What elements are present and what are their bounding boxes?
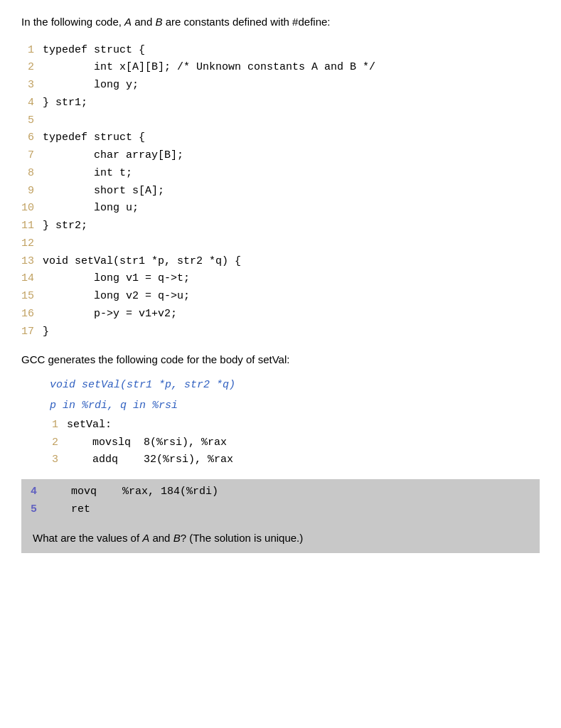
code-line: 14 long v1 = q->t; bbox=[21, 270, 540, 288]
asm-line-number: 1 bbox=[50, 417, 67, 434]
line-content: p->y = v1+v2; bbox=[43, 306, 177, 323]
code-block: 1typedef struct {2 int x[A][B]; /* Unkno… bbox=[21, 42, 540, 341]
highlighted-asm-line: 4 movq %rax, 184(%rdi) bbox=[28, 483, 533, 501]
intro-text: In the following code, A and B are const… bbox=[21, 14, 540, 31]
highlighted-asm-line-content: movq %rax, 184(%rdi) bbox=[46, 483, 218, 501]
line-content: long u; bbox=[43, 200, 139, 218]
code-line: 15 long v2 = q->u; bbox=[21, 288, 540, 306]
assembly-block: void setVal(str1 *p, str2 *q) p in %rdi,… bbox=[50, 375, 540, 469]
line-number: 13 bbox=[21, 253, 43, 271]
line-content: int x[A][B]; /* Unknown constants A and … bbox=[43, 59, 375, 77]
asm-line-number: 3 bbox=[50, 451, 67, 469]
asm-line-content: setVal: bbox=[67, 417, 112, 434]
asm-line-content: addq 32(%rsi), %rax bbox=[67, 451, 233, 469]
code-line: 11} str2; bbox=[21, 218, 540, 235]
line-number: 1 bbox=[21, 42, 43, 60]
code-line: 16 p->y = v1+v2; bbox=[21, 306, 540, 323]
line-number: 2 bbox=[21, 59, 43, 77]
line-number: 10 bbox=[21, 200, 43, 218]
line-content: char array[B]; bbox=[43, 147, 183, 165]
highlighted-box: 4 movq %rax, 184(%rdi)5 ret bbox=[21, 479, 540, 523]
section-label: GCC generates the following code for the… bbox=[21, 352, 540, 368]
line-content: } bbox=[43, 323, 49, 341]
asm-header-line2: p in %rdi, q in %rsi bbox=[50, 396, 540, 415]
code-line: 13void setVal(str1 *p, str2 *q) { bbox=[21, 253, 540, 271]
highlighted-asm-line-number: 5 bbox=[28, 501, 46, 519]
line-number: 12 bbox=[21, 235, 43, 253]
code-line: 8 int t; bbox=[21, 165, 540, 183]
line-number: 6 bbox=[21, 129, 43, 147]
asm-line-number: 2 bbox=[50, 434, 67, 452]
asm-header-line1: void setVal(str1 *p, str2 *q) bbox=[50, 375, 540, 395]
line-number: 16 bbox=[21, 306, 43, 323]
code-line: 2 int x[A][B]; /* Unknown constants A an… bbox=[21, 59, 540, 77]
line-content: } str1; bbox=[43, 95, 87, 112]
code-line: 7 char array[B]; bbox=[21, 147, 540, 165]
line-number: 11 bbox=[21, 218, 43, 235]
code-line: 3 long y; bbox=[21, 77, 540, 95]
line-number: 4 bbox=[21, 95, 43, 112]
question-box: What are the values of A and B? (The sol… bbox=[21, 523, 540, 554]
code-line: 4} str1; bbox=[21, 95, 540, 112]
line-content: typedef struct { bbox=[43, 42, 145, 60]
highlighted-asm-line-content: ret bbox=[46, 501, 90, 519]
code-line: 17} bbox=[21, 323, 540, 341]
asm-line: 3 addq 32(%rsi), %rax bbox=[50, 451, 540, 469]
code-line: 5 bbox=[21, 112, 540, 130]
code-line: 12 bbox=[21, 235, 540, 253]
line-content: } str2; bbox=[43, 218, 87, 235]
line-number: 3 bbox=[21, 77, 43, 95]
line-number: 9 bbox=[21, 183, 43, 200]
line-content: short s[A]; bbox=[43, 183, 164, 200]
line-number: 15 bbox=[21, 288, 43, 306]
code-line: 9 short s[A]; bbox=[21, 183, 540, 200]
line-number: 14 bbox=[21, 270, 43, 288]
line-content: int t; bbox=[43, 165, 132, 183]
highlighted-asm-line-number: 4 bbox=[28, 483, 46, 501]
asm-line: 1setVal: bbox=[50, 417, 540, 434]
question-text: What are the values of A and B? (The sol… bbox=[33, 530, 528, 547]
line-content: long y; bbox=[43, 77, 139, 95]
code-line: 10 long u; bbox=[21, 200, 540, 218]
highlighted-asm-line: 5 ret bbox=[28, 501, 533, 519]
asm-line-content: movslq 8(%rsi), %rax bbox=[67, 434, 227, 452]
asm-line: 2 movslq 8(%rsi), %rax bbox=[50, 434, 540, 452]
highlighted-lines: 4 movq %rax, 184(%rdi)5 ret bbox=[28, 483, 533, 519]
line-number: 5 bbox=[21, 112, 43, 130]
asm-normal-lines: 1setVal:2 movslq 8(%rsi), %rax3 addq 32(… bbox=[50, 417, 540, 469]
line-content: void setVal(str1 *p, str2 *q) { bbox=[43, 253, 241, 271]
line-content: long v2 = q->u; bbox=[43, 288, 190, 306]
line-number: 8 bbox=[21, 165, 43, 183]
line-number: 7 bbox=[21, 147, 43, 165]
line-number: 17 bbox=[21, 323, 43, 341]
code-line: 1typedef struct { bbox=[21, 42, 540, 60]
code-line: 6typedef struct { bbox=[21, 129, 540, 147]
line-content: long v1 = q->t; bbox=[43, 270, 190, 288]
line-content: typedef struct { bbox=[43, 129, 145, 147]
